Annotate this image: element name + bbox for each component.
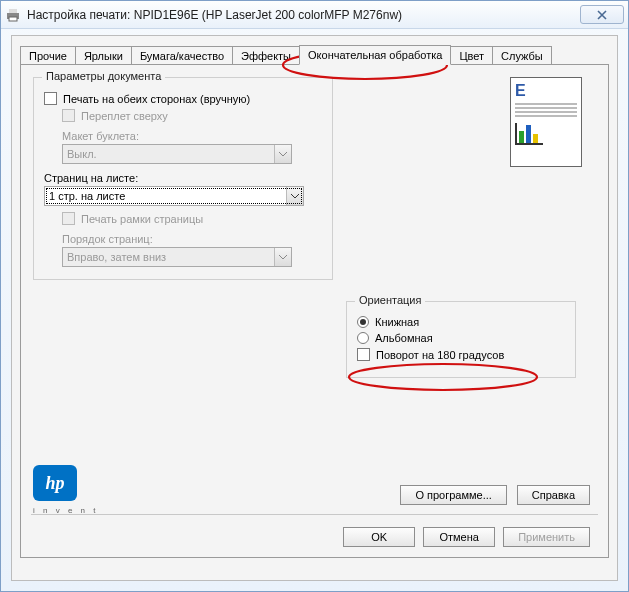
preview-chart-icon [515, 123, 543, 145]
tab-finishing[interactable]: Окончательная обработка [299, 45, 451, 65]
pages-per-sheet-select[interactable]: 1 стр. на листе [44, 186, 304, 206]
duplex-label: Печать на обеих сторонах (вручную) [63, 93, 250, 105]
print-settings-window: Настройка печати: NPID1E96E (HP LaserJet… [0, 0, 629, 592]
svg-rect-2 [9, 17, 17, 21]
tab-color[interactable]: Цвет [450, 46, 493, 65]
tab-effects[interactable]: Эффекты [232, 46, 300, 65]
page-order-select: Вправо, затем вниз [62, 247, 292, 267]
print-borders-checkbox [62, 212, 75, 225]
page-preview: E [510, 77, 582, 167]
flip-top-label: Переплет сверху [81, 110, 168, 122]
orientation-group: Ориентация Книжная Альбомная Поворот на … [346, 301, 576, 378]
portrait-radio[interactable] [357, 316, 369, 328]
titlebar: Настройка печати: NPID1E96E (HP LaserJet… [1, 1, 628, 29]
tabs: Прочие Ярлыки Бумага/качество Эффекты Ок… [20, 44, 609, 64]
help-button[interactable]: Справка [517, 485, 590, 505]
dialog-content: Прочие Ярлыки Бумага/качество Эффекты Ок… [11, 35, 618, 581]
ok-button[interactable]: OK [343, 527, 415, 547]
portrait-label: Книжная [375, 316, 419, 328]
booklet-layout-label: Макет буклета: [62, 130, 322, 142]
printer-icon [5, 7, 21, 23]
duplex-checkbox[interactable] [44, 92, 57, 105]
landscape-label: Альбомная [375, 332, 433, 344]
tab-services[interactable]: Службы [492, 46, 552, 65]
group-title: Параметры документа [42, 70, 165, 82]
about-button[interactable]: О программе... [400, 485, 506, 505]
tab-other[interactable]: Прочие [20, 46, 76, 65]
page-order-label: Порядок страниц: [62, 233, 322, 245]
landscape-radio[interactable] [357, 332, 369, 344]
booklet-layout-select: Выкл. [62, 144, 292, 164]
orientation-title: Ориентация [355, 294, 425, 306]
rotate180-label: Поворот на 180 градусов [376, 349, 504, 361]
hp-logo-icon: hp [33, 465, 77, 501]
document-parameters-group: Параметры документа Печать на обеих стор… [33, 77, 333, 280]
tab-body: Параметры документа Печать на обеих стор… [20, 64, 609, 558]
window-title: Настройка печати: NPID1E96E (HP LaserJet… [27, 8, 580, 22]
rotate180-checkbox[interactable] [357, 348, 370, 361]
cancel-button[interactable]: Отмена [423, 527, 495, 547]
close-button[interactable] [580, 5, 624, 24]
preview-letter-icon: E [515, 82, 577, 100]
tab-paper-quality[interactable]: Бумага/качество [131, 46, 233, 65]
tab-shortcuts[interactable]: Ярлыки [75, 46, 132, 65]
chevron-down-icon [274, 248, 291, 266]
divider [31, 514, 598, 515]
svg-rect-1 [9, 9, 17, 13]
chevron-down-icon[interactable] [286, 187, 303, 205]
pages-per-sheet-label: Страниц на листе: [44, 172, 322, 184]
chevron-down-icon [274, 145, 291, 163]
apply-button: Применить [503, 527, 590, 547]
flip-top-checkbox [62, 109, 75, 122]
print-borders-label: Печать рамки страницы [81, 213, 203, 225]
